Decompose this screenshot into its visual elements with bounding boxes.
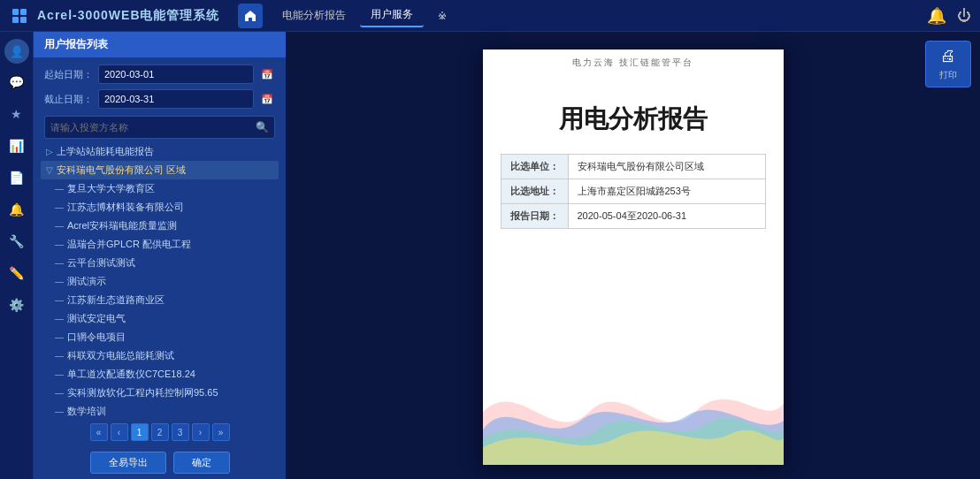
tree-item-label: 安科瑞电气股份有限公司 区域: [57, 163, 186, 177]
end-date-calendar-icon[interactable]: 📅: [259, 91, 275, 107]
confirm-button[interactable]: 确定: [173, 452, 230, 474]
main-layout: 👤 💬 ★ 📊 📄 🔔 🔧 ✏️ ⚙️ 用户报告列表 起始日期： 📅 截止日期：…: [0, 32, 980, 479]
sidebar-icon-edit[interactable]: ✏️: [4, 260, 30, 286]
panel-buttons: 全易导出 确定: [34, 446, 286, 479]
start-date-input[interactable]: [98, 65, 254, 84]
table-cell-label: 比选地址：: [501, 179, 568, 204]
page-prev-button[interactable]: ‹: [111, 423, 128, 441]
left-panel: 用户报告列表 起始日期： 📅 截止日期： 📅 🔍 ▷ 上学站站能耗电能报告: [34, 32, 286, 479]
sidebar-icon-tool[interactable]: 🔧: [4, 228, 30, 255]
user-avatar[interactable]: 👤: [4, 39, 29, 64]
table-row: 比选单位： 安科瑞电气股份有限公司区域: [501, 155, 765, 179]
doc-wave-decoration: [483, 359, 784, 465]
start-date-row: 起始日期： 📅: [44, 65, 275, 84]
sidebar-icon-chart[interactable]: 📊: [4, 133, 30, 159]
tree-item-icon: —: [55, 277, 64, 286]
table-cell-value: 上海市嘉定区阳城路253号: [568, 179, 765, 204]
tree-item-icon: ▽: [46, 165, 53, 175]
sidebar-icon-chat[interactable]: 💬: [4, 69, 30, 95]
tree-item-icon: —: [55, 332, 64, 342]
power-icon[interactable]: ⏻: [957, 8, 971, 24]
list-item[interactable]: — 实科测放软化工程内耗控制网95.65: [41, 384, 279, 402]
nav-item-user[interactable]: 用户服务: [360, 4, 424, 27]
page-last-button[interactable]: »: [212, 423, 230, 441]
page-3-button[interactable]: 3: [172, 423, 189, 441]
list-item[interactable]: ▽ 安科瑞电气股份有限公司 区域: [41, 161, 279, 179]
export-button[interactable]: 全易导出: [90, 452, 166, 474]
table-row: 比选地址： 上海市嘉定区阳城路253号: [501, 179, 765, 204]
svg-rect-1: [20, 9, 27, 15]
search-row: 🔍: [44, 116, 275, 139]
top-nav: 电能分析报告 用户服务 ※: [272, 4, 457, 27]
tree-item-icon: —: [55, 388, 64, 398]
list-item[interactable]: ▷ 上学站站能耗电能报告: [41, 142, 279, 161]
doc-info-table: 比选单位： 安科瑞电气股份有限公司区域 比选地址： 上海市嘉定区阳城路253号 …: [501, 154, 766, 229]
notification-icon[interactable]: 🔔: [927, 6, 946, 26]
list-item[interactable]: — 复旦大学大学教育区: [41, 179, 279, 198]
table-row: 报告日期： 2020-05-04至2020-06-31: [501, 204, 765, 229]
list-item[interactable]: — 口辋令电项目: [41, 328, 279, 346]
start-date-calendar-icon[interactable]: 📅: [259, 66, 275, 82]
topbar: Acrel-3000WEB电能管理系统 电能分析报告 用户服务 ※ 🔔 ⏻: [0, 0, 980, 32]
nav-item-energy[interactable]: 电能分析报告: [272, 4, 356, 27]
list-item[interactable]: — 江苏志博材料装备有限公司: [41, 198, 279, 217]
print-icon[interactable]: 🖨: [940, 47, 956, 65]
tree-item-icon: —: [55, 221, 64, 231]
end-date-row: 截止日期： 📅: [44, 89, 275, 109]
start-date-label: 起始日期：: [44, 68, 93, 81]
list-item[interactable]: — 测试安定电气: [41, 309, 279, 328]
sidebar-icon-bell[interactable]: 🔔: [4, 196, 30, 223]
search-input[interactable]: [50, 118, 256, 136]
tree-item-label: 温瑞合并GPLCR 配供电工程: [67, 238, 191, 251]
tree-item-label: 口辋令电项目: [67, 331, 126, 344]
list-item[interactable]: — 温瑞合并GPLCR 配供电工程: [41, 235, 279, 254]
sidebar-icon-settings[interactable]: ⚙️: [4, 292, 30, 318]
page-first-button[interactable]: «: [90, 423, 108, 441]
sidebar-icon-star[interactable]: ★: [4, 101, 30, 127]
tree-item-label: Acrel安科瑞电能质量监测: [67, 219, 177, 232]
tree-item-label: 实科测放软化工程内耗控制网95.65: [67, 386, 218, 399]
home-button[interactable]: [238, 4, 263, 28]
list-item[interactable]: — 测试演示: [41, 272, 279, 291]
tree-item-label: 云平台测试测试: [67, 256, 135, 270]
sidebar-icon-file[interactable]: 📄: [4, 164, 30, 191]
document-preview: 电力云海 技汇链能管平台 用电分析报告 比选单位： 安科瑞电气股份有限公司区域 …: [483, 49, 784, 465]
tree-item-label: 上学站站能耗电能报告: [57, 145, 154, 158]
right-float-panel: 🖨 打印: [925, 41, 971, 87]
list-item[interactable]: — 单工道次配通数仪C7CE18.24: [41, 365, 279, 384]
list-item[interactable]: — 江苏新生态道路商业区: [41, 291, 279, 309]
print-label: 打印: [939, 69, 957, 81]
tree-item-icon: —: [55, 369, 64, 379]
table-cell-value: 安科瑞电气股份有限公司区域: [568, 155, 765, 179]
main-content: 电力云海 技汇链能管平台 用电分析报告 比选单位： 安科瑞电气股份有限公司区域 …: [286, 32, 980, 479]
tree-item-label: 数学培训: [67, 405, 106, 418]
tree-item-label: 单工道次配通数仪C7CE18.24: [67, 368, 195, 381]
doc-watermark: 电力云海 技汇链能管平台: [483, 57, 784, 69]
tree-list: ▷ 上学站站能耗电能报告 ▽ 安科瑞电气股份有限公司 区域 — 复旦大学大学教育…: [34, 142, 286, 418]
tree-item-icon: —: [55, 295, 64, 305]
table-cell-label: 报告日期：: [501, 204, 568, 229]
list-item[interactable]: — 云平台测试测试: [41, 254, 279, 272]
end-date-label: 截止日期：: [44, 93, 93, 106]
list-item[interactable]: — 科联双方电能总能耗测试: [41, 346, 279, 365]
list-item[interactable]: — Acrel安科瑞电能质量监测: [41, 217, 279, 235]
tree-item-icon: —: [55, 407, 64, 416]
end-date-input[interactable]: [98, 89, 254, 109]
tree-item-icon: ▷: [46, 147, 53, 156]
list-item[interactable]: — 数学培训: [41, 402, 279, 418]
table-cell-label: 比选单位：: [501, 155, 568, 179]
nav-item-misc[interactable]: ※: [427, 6, 457, 26]
page-1-button[interactable]: 1: [131, 423, 149, 441]
tree-item-icon: —: [55, 202, 64, 212]
page-next-button[interactable]: ›: [192, 423, 210, 441]
tree-item-icon: —: [55, 351, 64, 361]
topbar-right: 🔔 ⏻: [927, 6, 971, 26]
sidebar-icons: 👤 💬 ★ 📊 📄 🔔 🔧 ✏️ ⚙️: [0, 32, 34, 479]
tree-item-icon: —: [55, 258, 64, 268]
svg-rect-0: [12, 9, 19, 15]
tree-item-label: 江苏志博材料装备有限公司: [67, 201, 184, 214]
doc-title: 用电分析报告: [501, 103, 766, 136]
svg-rect-2: [12, 17, 19, 23]
tree-item-icon: —: [55, 314, 64, 323]
page-2-button[interactable]: 2: [151, 423, 169, 441]
